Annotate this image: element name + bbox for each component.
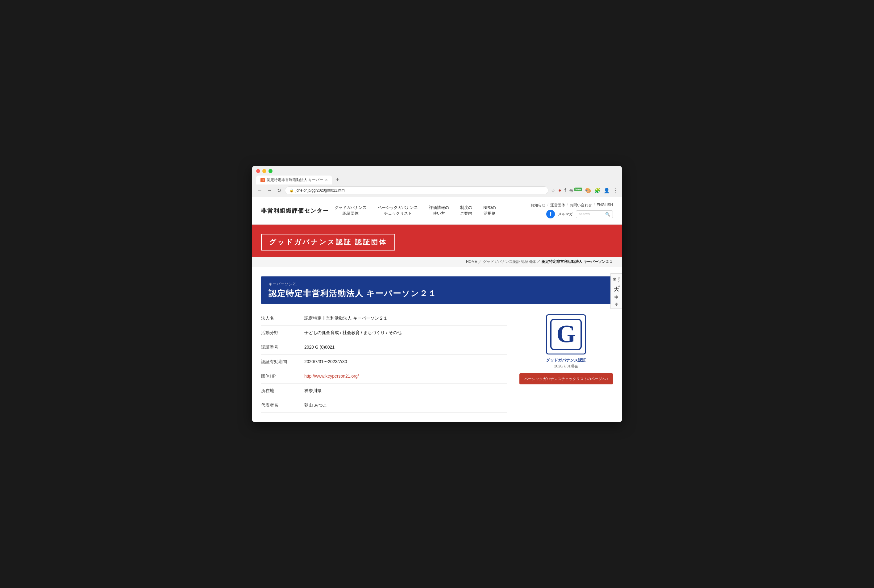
facebook-icon[interactable]: f — [546, 210, 555, 218]
nav-item-basic-checklist[interactable]: ベーシックガバナンスチェックリスト — [372, 202, 423, 218]
browser-icons: ☆ ● f ⊕ New 🎨 🧩 👤 ⋮ — [551, 188, 618, 194]
card-subtitle: キーパーソン21 — [269, 281, 605, 287]
info-label-representative: 代表者名 — [261, 403, 298, 408]
address-bar[interactable]: 🔒 jcne.or.jp/gg/2020g00021.html — [285, 186, 548, 194]
traffic-lights — [256, 169, 618, 173]
table-row: 認証番号 2020 G (0)0021 — [261, 340, 507, 355]
table-row: 活動分野 子どもの健全育成 / 社会教育 / まちづくり / その他 — [261, 326, 507, 340]
table-row: 団体HP http://www.keyperson21.org/ — [261, 369, 507, 384]
nav-item-system-guide[interactable]: 制度のご案内 — [455, 202, 478, 218]
gg-certification-badge: G — [546, 314, 586, 354]
breadcrumb-home[interactable]: HOME — [466, 260, 477, 264]
main-nav: グッドガバナンス認証団体 ベーシックガバナンスチェックリスト 評価情報の使い方 … — [329, 202, 530, 218]
nav-item-good-governance[interactable]: グッドガバナンス認証団体 — [329, 202, 372, 218]
hero-banner: グッドガバナンス認証 認証団体 — [252, 225, 622, 256]
account-icon[interactable]: 👤 — [604, 188, 610, 194]
browser-window: N 認定特定非営利活動法人 キーパー ✕ + ← → ↻ 🔒 jcne.or.j… — [252, 166, 622, 422]
new-tab-button[interactable]: + — [333, 176, 342, 184]
top-link-operator[interactable]: 運営団体 — [550, 202, 565, 208]
close-button[interactable] — [256, 169, 260, 173]
breadcrumb-current: 認定特定非営利活動法人 キーパーソン２１ — [542, 260, 613, 264]
tab-close-button[interactable]: ✕ — [325, 178, 328, 182]
search-icon[interactable]: 🔍 — [605, 212, 610, 217]
browser-chrome: N 認定特定非営利活動法人 キーパー ✕ + — [252, 166, 622, 184]
top-link-english[interactable]: ENGLISH — [596, 202, 613, 208]
forward-button[interactable]: → — [266, 187, 273, 194]
active-tab[interactable]: N 認定特定非営利活動法人 キーパー ✕ — [256, 176, 332, 184]
table-row: 所在地 神奈川県 — [261, 384, 507, 398]
tab-favicon: N — [260, 178, 265, 182]
url-text: jcne.or.jp/gg/2020g00021.html — [296, 188, 345, 192]
info-label-validity: 認証有効期間 — [261, 359, 298, 364]
main-content: 文字サイズ 大 中 小 キーパーソン21 認定特定非営利活動法人 キーパーソン２… — [252, 267, 622, 422]
extension-icon-red[interactable]: ● — [558, 188, 562, 193]
info-label-hp: 団体HP — [261, 374, 298, 379]
info-value-hp[interactable]: http://www.keyperson21.org/ — [304, 374, 507, 378]
info-label-activity-field: 活動分野 — [261, 330, 298, 336]
site-header: 非営利組織評価センター グッドガバナンス認証団体 ベーシックガバナンスチェックリ… — [252, 197, 622, 224]
info-label-location: 所在地 — [261, 388, 298, 394]
top-links: お知らせ / 運営団体 / お問い合わせ / ENGLISH — [530, 202, 613, 208]
info-label-corporate-name: 法人名 — [261, 316, 298, 321]
header-bottom: f メルマガ search... 🔍 — [546, 210, 613, 218]
menu-icon[interactable]: ⋮ — [613, 188, 618, 194]
info-table: 法人名 認定特定非営利活動法人 キーパーソン２１ 活動分野 子どもの健全育成 /… — [261, 311, 507, 413]
chrome-icon[interactable]: ⊕ — [569, 188, 573, 193]
card-title-main: 認定特定非営利活動法人 キーパーソン２１ — [269, 288, 605, 299]
tab-title: 認定特定非営利活動法人 キーパー — [267, 177, 323, 183]
back-button[interactable]: ← — [256, 187, 264, 194]
font-size-medium[interactable]: 中 — [614, 294, 619, 301]
font-size-large[interactable]: 大 — [614, 286, 619, 293]
header-right: お知らせ / 運営団体 / お問い合わせ / ENGLISH f メルマガ se… — [530, 202, 613, 218]
site-content: 非営利組織評価センター グッドガバナンス認証団体 ベーシックガバナンスチェックリ… — [252, 197, 622, 422]
tab-bar: N 認定特定非営利活動法人 キーパー ✕ + — [256, 176, 618, 184]
extension-icon-f[interactable]: f — [565, 188, 566, 193]
badge-date: 2020/7/31現在 — [554, 364, 578, 369]
site-logo: 非営利組織評価センター — [261, 207, 329, 214]
mail-link[interactable]: メルマガ — [558, 212, 573, 217]
refresh-button[interactable]: ↻ — [276, 187, 282, 194]
new-badge: New — [574, 188, 582, 191]
svg-text:G: G — [556, 320, 575, 347]
table-row: 法人名 認定特定非営利活動法人 キーパーソン２１ — [261, 311, 507, 326]
card-header: キーパーソン21 認定特定非営利活動法人 キーパーソン２１ — [261, 276, 613, 304]
top-link-news[interactable]: お知らせ — [530, 202, 545, 208]
maximize-button[interactable] — [269, 169, 272, 173]
info-value-location: 神奈川県 — [304, 388, 507, 394]
info-value-cert-number: 2020 G (0)0021 — [304, 345, 507, 350]
info-section: 法人名 認定特定非営利活動法人 キーパーソン２１ 活動分野 子どもの健全育成 /… — [261, 311, 613, 413]
search-box[interactable]: search... 🔍 — [576, 210, 613, 218]
extension-puzzle-icon[interactable]: 🧩 — [595, 188, 601, 194]
font-size-widget: 文字サイズ 大 中 小 — [610, 273, 622, 309]
info-value-corporate-name: 認定特定非営利活動法人 キーパーソン２１ — [304, 316, 507, 321]
hero-title: グッドガバナンス認証 認証団体 — [261, 234, 395, 250]
color-icon[interactable]: 🎨 — [585, 188, 591, 194]
lock-icon: 🔒 — [290, 189, 294, 192]
organization-website-link[interactable]: http://www.keyperson21.org/ — [304, 374, 359, 378]
badge-title: グッドガバナンス認証 — [546, 357, 586, 363]
font-size-small[interactable]: 小 — [615, 302, 618, 307]
table-row: 認証有効期間 2020/7/31〜2023/7/30 — [261, 355, 507, 369]
minimize-button[interactable] — [262, 169, 266, 173]
nav-item-npo-examples[interactable]: NPOの活用例 — [478, 202, 502, 218]
breadcrumb: HOME ／ グッドガバナンス認証 認証団体 ／ 認定特定非営利活動法人 キーパ… — [252, 256, 622, 267]
address-bar-row: ← → ↻ 🔒 jcne.or.jp/gg/2020g00021.html ☆ … — [252, 184, 622, 197]
info-label-cert-number: 認証番号 — [261, 345, 298, 350]
badge-section: G グッドガバナンス認証 2020/7/31現在 ベーシックガバナンスチェックリ… — [520, 311, 613, 413]
table-row: 代表者名 朝山 あつこ — [261, 398, 507, 413]
info-value-activity-field: 子どもの健全育成 / 社会教育 / まちづくり / その他 — [304, 330, 507, 336]
basic-checklist-button[interactable]: ベーシックガバナンスチェックリストのページへ › — [520, 373, 613, 385]
search-placeholder: search... — [579, 212, 593, 216]
badge-svg: G — [549, 318, 583, 351]
nav-item-evaluation-usage[interactable]: 評価情報の使い方 — [423, 202, 455, 218]
font-size-label: 文字サイズ — [612, 275, 621, 285]
bookmark-icon[interactable]: ☆ — [551, 188, 555, 194]
top-link-contact[interactable]: お問い合わせ — [570, 202, 592, 208]
info-value-validity: 2020/7/31〜2023/7/30 — [304, 359, 507, 364]
breadcrumb-parent[interactable]: グッドガバナンス認証 認証団体 — [483, 260, 536, 264]
info-value-representative: 朝山 あつこ — [304, 403, 507, 408]
